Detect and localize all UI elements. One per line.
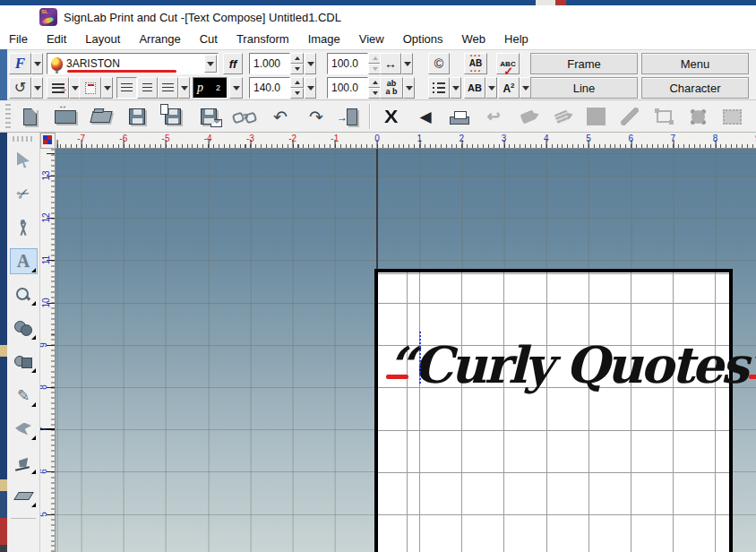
menu-button[interactable]: Menu xyxy=(641,53,749,74)
menu-item-arrange[interactable]: Arrange xyxy=(139,32,180,46)
node-edit-tool-button[interactable] xyxy=(10,416,38,442)
print-icon-button[interactable] xyxy=(444,103,475,130)
char-height-field[interactable]: 140.0 xyxy=(249,77,290,99)
menu-item-cut[interactable]: Cut xyxy=(200,32,218,46)
chevron-down-icon xyxy=(488,86,495,91)
sign-text-body[interactable]: Curly Quotes xyxy=(413,335,746,394)
export-file-icon-button[interactable] xyxy=(193,103,224,130)
justify-right-button[interactable] xyxy=(158,77,178,99)
font-preview-dropdown[interactable] xyxy=(229,77,243,99)
select-tool-icon xyxy=(17,152,30,168)
case-dropdown[interactable] xyxy=(485,77,497,99)
new-sign-blank-icon-button[interactable] xyxy=(50,103,81,130)
title-bar[interactable]: SL SignLab Print and Cut -[Text Compose]… xyxy=(0,5,756,29)
text-rotate-button[interactable]: ↺ xyxy=(9,77,31,99)
flyout-corner-icon xyxy=(31,402,36,407)
stroke-line-icon xyxy=(621,108,639,125)
menu-item-file[interactable]: File xyxy=(9,32,28,46)
ruler-v-label-9: 9 xyxy=(40,342,48,348)
menu-item-transform[interactable]: Transform xyxy=(236,32,289,46)
char-scale-field[interactable]: 100.0 xyxy=(327,77,368,99)
import-file-icon-button[interactable] xyxy=(158,103,188,130)
paragraph-marks-dropdown[interactable] xyxy=(101,77,113,99)
menu-item-options[interactable]: Options xyxy=(403,32,443,46)
spin-up-icon[interactable] xyxy=(290,53,304,64)
ligature-ff-button[interactable]: ff xyxy=(223,53,243,74)
menu-item-image[interactable]: Image xyxy=(308,32,340,46)
char-height-dropdown[interactable] xyxy=(305,77,316,99)
spin-up-icon[interactable] xyxy=(290,77,304,88)
character-button[interactable]: Character xyxy=(641,77,749,99)
line-spacing-spinner[interactable] xyxy=(290,53,304,74)
flip-icon-button[interactable]: ◀ xyxy=(410,103,441,130)
list-options-button[interactable] xyxy=(428,77,450,99)
spin-down-icon[interactable] xyxy=(290,64,304,74)
letter-spacing-dropdown[interactable] xyxy=(403,77,415,99)
ruler-v-label-5: 5 xyxy=(40,512,48,517)
delete-x-icon-button[interactable]: X xyxy=(376,103,407,130)
char-height-spinner[interactable] xyxy=(290,77,304,99)
menu-item-help[interactable]: Help xyxy=(504,32,528,46)
pen-nib-tool-icon xyxy=(15,454,31,470)
kerning-pairs-button[interactable]: AB xyxy=(464,53,487,74)
shape-combo-tool-button[interactable] xyxy=(10,349,38,375)
justify-center-button[interactable] xyxy=(137,77,158,99)
pencil-tool-button[interactable]: ✎ xyxy=(10,383,38,409)
background-window-fragment xyxy=(0,518,7,545)
zoom-tool-button[interactable] xyxy=(10,281,38,307)
line-spacing-field[interactable]: 1.000 xyxy=(249,53,290,74)
horizontal-width-dropdown[interactable] xyxy=(401,53,413,74)
spin-down-icon[interactable] xyxy=(290,88,304,99)
select-tool-button[interactable] xyxy=(10,147,38,173)
exit-icon-button[interactable] xyxy=(337,103,367,130)
redo-icon-button[interactable]: ↷ xyxy=(301,103,331,130)
line-button[interactable]: Line xyxy=(530,77,638,99)
frame-button[interactable]: Frame xyxy=(530,53,638,74)
line-spacing-dropdown[interactable] xyxy=(305,53,316,74)
red-annotation-underline xyxy=(386,375,408,379)
vector-font-icon xyxy=(51,57,63,71)
text-direction-button[interactable]: → xyxy=(47,77,69,99)
menu-item-view[interactable]: View xyxy=(359,32,384,46)
text-rotate-dropdown[interactable] xyxy=(31,77,43,99)
char-width-field[interactable]: 100.0 xyxy=(327,53,368,74)
scissors-tool-button[interactable]: ✂ xyxy=(10,181,38,207)
letter-spacing-button[interactable]: ab a b xyxy=(380,77,403,99)
font-style-dropdown[interactable] xyxy=(31,53,43,74)
drawing-toolbox: ✂A✎ xyxy=(7,133,40,552)
design-canvas[interactable]: “Curly Quotes” xyxy=(56,149,756,552)
ruler-origin-button[interactable] xyxy=(40,133,56,149)
horizontal-width-button[interactable]: ↔ xyxy=(380,53,401,74)
superscript-button[interactable]: A2 xyxy=(498,77,520,99)
font-name-combo[interactable]: 3ARISTON xyxy=(47,53,219,74)
measure-compass-tool-button[interactable] xyxy=(10,214,38,240)
weblink-icon-button[interactable] xyxy=(229,103,260,130)
eraser-knife-tool-button[interactable] xyxy=(10,483,38,509)
spell-check-button[interactable]: ABC✓ xyxy=(496,53,520,74)
justify-dropdown[interactable] xyxy=(178,77,190,99)
ellipse-shapes-tool-button[interactable] xyxy=(10,315,38,341)
pen-nib-tool-button[interactable] xyxy=(10,450,38,476)
case-button[interactable]: AB xyxy=(464,77,485,99)
toolbox-grip-handle[interactable] xyxy=(13,136,34,142)
font-style-button[interactable]: F xyxy=(9,53,31,74)
undo-icon-button[interactable]: ↶ xyxy=(265,103,296,130)
sign-text-object[interactable]: “Curly Quotes” xyxy=(387,335,727,395)
open-curly-quote[interactable]: “ xyxy=(387,335,413,395)
paragraph-marks-button[interactable] xyxy=(79,77,101,99)
copyright-symbol-button[interactable]: © xyxy=(428,53,450,74)
save-file-icon-button[interactable] xyxy=(122,103,152,130)
toolbar-grip-handle[interactable] xyxy=(5,104,11,129)
close-curly-quote[interactable]: ” xyxy=(746,335,756,395)
menu-item-layout[interactable]: Layout xyxy=(85,32,120,46)
text-tool-button[interactable]: A xyxy=(10,248,38,274)
list-options-dropdown[interactable] xyxy=(450,77,461,99)
menu-item-web[interactable]: Web xyxy=(462,32,486,46)
sign-blank-board[interactable]: “Curly Quotes” xyxy=(374,269,733,552)
open-file-icon-button[interactable] xyxy=(86,103,116,130)
justify-left-button[interactable] xyxy=(116,77,137,99)
solid-fill-icon-button xyxy=(580,103,611,130)
font-combo-dropdown[interactable] xyxy=(204,55,217,73)
menu-item-edit[interactable]: Edit xyxy=(47,32,66,46)
new-document-icon-button[interactable] xyxy=(14,103,45,130)
